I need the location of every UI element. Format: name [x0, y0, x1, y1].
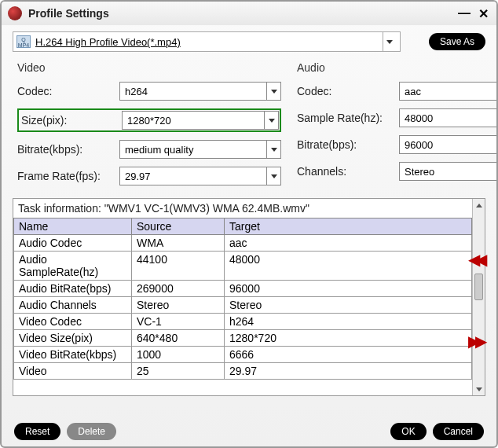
video-codec-label: Codec:: [17, 85, 119, 97]
video-fps-select[interactable]: [119, 167, 281, 185]
titlebar: Profile Settings — ✕: [2, 2, 496, 25]
audio-group: Audio Codec: Sample Rate(hz): Bitrate(bp…: [297, 61, 498, 193]
audio-codec-input[interactable]: [400, 83, 498, 100]
table-cell: Stereo: [225, 297, 472, 314]
task-table: Name Source Target Audio CodecWMAaacAudi…: [13, 218, 472, 380]
col-source[interactable]: Source: [132, 218, 225, 235]
profile-select[interactable]: QMP4 H.264 High Profile Video(*.mp4): [13, 31, 401, 52]
chevron-down-icon[interactable]: [266, 141, 280, 158]
audio-bitrate-input[interactable]: [400, 136, 498, 153]
reset-button[interactable]: Reset: [14, 423, 60, 440]
table-row[interactable]: Audio ChannelsStereoStereo: [14, 297, 472, 314]
task-info-panel: Task information: "WMV1 VC-1(WMV3) WMA 6…: [13, 198, 485, 396]
video-fps-input[interactable]: [120, 167, 266, 185]
video-bitrate-label: Bitrate(kbps):: [17, 143, 119, 156]
video-legend: Video: [17, 61, 281, 74]
table-cell: VC-1: [132, 314, 225, 330]
ok-button[interactable]: OK: [390, 423, 426, 440]
table-cell: Video Size(pix): [14, 330, 132, 347]
table-cell: Video BitRate(kbps): [14, 347, 132, 363]
audio-sr-label: Sample Rate(hz):: [297, 112, 399, 124]
table-cell: Video Codec: [14, 314, 132, 330]
codec-icon: QMP4: [16, 35, 31, 48]
audio-codec-select[interactable]: [399, 82, 498, 101]
chevron-down-icon[interactable]: [266, 167, 280, 185]
table-row[interactable]: Video Size(pix)640*4801280*720: [14, 330, 472, 347]
profile-dropdown-icon[interactable]: [383, 32, 397, 51]
audio-channels-label: Channels:: [297, 165, 399, 178]
video-size-select[interactable]: [122, 111, 279, 130]
save-as-button[interactable]: Save As: [429, 33, 485, 50]
col-name[interactable]: Name: [14, 218, 132, 235]
audio-sr-select[interactable]: [399, 108, 498, 127]
audio-legend: Audio: [297, 61, 498, 74]
table-cell: WMA: [132, 235, 225, 252]
video-bitrate-input[interactable]: [120, 141, 266, 158]
chevron-down-icon[interactable]: [266, 83, 280, 100]
audio-codec-label: Codec:: [297, 85, 399, 97]
audio-bitrate-label: Bitrate(bps):: [297, 138, 399, 151]
table-row[interactable]: Audio CodecWMAaac: [14, 235, 472, 252]
video-group: Video Codec: Size(pix): Bitrate(kbps): F…: [17, 61, 281, 193]
table-row[interactable]: Audio SampleRate(hz)4410048000: [14, 252, 472, 281]
video-size-label: Size(pix):: [20, 114, 122, 127]
next-task-button[interactable]: ▶▶: [468, 332, 482, 351]
audio-sr-input[interactable]: [400, 109, 498, 127]
task-info-text: Task information: "WMV1 VC-1(WMV3) WMA 6…: [13, 199, 472, 218]
table-cell: 25: [132, 363, 225, 380]
prev-task-button[interactable]: ◀◀: [468, 250, 482, 269]
close-button[interactable]: ✕: [476, 6, 490, 20]
audio-channels-select[interactable]: [399, 162, 498, 181]
table-cell: 1000: [132, 347, 225, 363]
minimize-button[interactable]: —: [457, 6, 471, 20]
table-cell: 269000: [132, 281, 225, 297]
scroll-up-icon[interactable]: [473, 199, 485, 211]
audio-bitrate-select[interactable]: [399, 135, 498, 154]
table-cell: 44100: [132, 252, 225, 281]
table-cell: 29.97: [225, 363, 472, 380]
video-size-input[interactable]: [123, 112, 264, 129]
scroll-down-icon[interactable]: [473, 383, 485, 395]
video-fps-label: Frame Rate(fps):: [17, 170, 119, 182]
video-codec-input[interactable]: [120, 83, 266, 100]
table-cell: Audio Channels: [14, 297, 132, 314]
chevron-down-icon[interactable]: [264, 112, 278, 129]
table-cell: Audio Codec: [14, 235, 132, 252]
table-cell: Audio BitRate(bps): [14, 281, 132, 297]
video-codec-select[interactable]: [119, 82, 281, 101]
table-row[interactable]: Audio BitRate(bps)26900096000: [14, 281, 472, 297]
table-row[interactable]: Video2529.97: [14, 363, 472, 380]
table-cell: 48000: [225, 252, 472, 281]
table-cell: Audio SampleRate(hz): [14, 252, 132, 281]
delete-button[interactable]: Delete: [67, 423, 116, 440]
cancel-button[interactable]: Cancel: [433, 423, 484, 440]
table-cell: aac: [225, 235, 472, 252]
table-cell: 640*480: [132, 330, 225, 347]
table-row[interactable]: Video BitRate(kbps)10006666: [14, 347, 472, 363]
audio-channels-input[interactable]: [400, 163, 498, 180]
window-title: Profile Settings: [28, 7, 452, 20]
profile-select-label: H.264 High Profile Video(*.mp4): [35, 36, 383, 48]
table-cell: Video: [14, 363, 132, 380]
table-cell: Stereo: [132, 297, 225, 314]
table-cell: 1280*720: [225, 330, 472, 347]
video-bitrate-select[interactable]: [119, 140, 281, 159]
table-cell: h264: [225, 314, 472, 330]
profile-settings-window: Profile Settings — ✕ QMP4 H.264 High Pro…: [0, 0, 498, 448]
table-cell: 6666: [225, 347, 472, 363]
app-icon: [8, 6, 22, 20]
table-row[interactable]: Video CodecVC-1h264: [14, 314, 472, 330]
col-target[interactable]: Target: [225, 218, 472, 235]
table-cell: 96000: [225, 281, 472, 297]
